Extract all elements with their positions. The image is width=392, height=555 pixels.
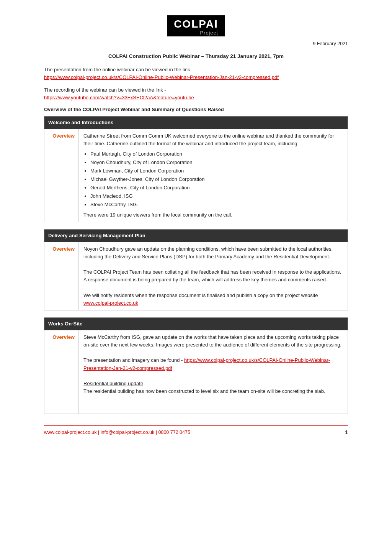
presentation-link[interactable]: https://www.colpai-project.co.uk/s/COLPA… (44, 74, 279, 80)
works-header: Works On-Site (44, 318, 348, 330)
bullet-item: Gerald Merthens, City of London Corporat… (90, 184, 344, 192)
welcome-header: Welcome and Introductions (44, 117, 348, 129)
delivery-label: Overview (44, 242, 79, 310)
welcome-table: Welcome and Introductions Overview Cathe… (44, 116, 348, 222)
bullet-item: John Macleod, ISG (90, 192, 344, 200)
works-presentation: The presentation and imagery can be foun… (83, 356, 344, 372)
logo: COLPAI Project (167, 15, 225, 36)
bullet-item: Steve McCarthy, ISG. (90, 201, 344, 209)
recording-link[interactable]: https://www.youtube.com/watch?v=33FxSECl… (44, 95, 194, 100)
delivery-para-1: The COLPAI Project Team has been collati… (83, 268, 344, 284)
intro-presentation-text: The presentation from the online webinar… (44, 67, 194, 72)
works-table: Works On-Site Overview Steve McCarthy fr… (44, 317, 348, 414)
footer-page: 1 (345, 429, 348, 435)
residential-heading: Residential building update (83, 381, 143, 386)
footer: www.colpai-project.co.uk | info@colpai-p… (44, 425, 348, 435)
intro-recording-text: The recording of the webinar can be view… (44, 87, 166, 93)
welcome-label: Overview (44, 129, 79, 222)
delivery-table: Delivery and Servicing Management Plan O… (44, 229, 348, 310)
works-para-0: Steve McCarthy from ISG, gave an update … (83, 333, 344, 349)
delivery-para-2: We will notify residents when the respon… (83, 292, 344, 307)
bullet-item: Noyon Choudhury, City of London Corporat… (90, 159, 344, 166)
bullet-item: Paul Murtagh, City of London Corporation (90, 150, 344, 158)
welcome-content: Catherine Street from Comm Comm UK welco… (79, 129, 348, 222)
bullet-item: Mark Lowman, City of London Corporation (90, 167, 344, 175)
overview-heading: Overview of the COLPAI Project Webinar a… (44, 107, 348, 112)
welcome-bullets: Paul Murtagh, City of London Corporation… (90, 150, 344, 209)
works-label: Overview (44, 330, 79, 414)
doc-title: COLPAI Construction Public Webinar – Thu… (44, 53, 348, 59)
intro-recording: The recording of the webinar can be view… (44, 86, 348, 101)
page-container: COLPAI Project 9 February 2021 COLPAI Co… (44, 0, 348, 458)
welcome-para-0: Catherine Street from Comm Comm UK welco… (83, 133, 334, 146)
logo-area: COLPAI Project (44, 15, 348, 36)
bullet-item: Michael Gwyther-Jones, City of London Co… (90, 176, 344, 183)
delivery-content: Noyon Choudhury gave an update on the pl… (79, 242, 348, 310)
welcome-after-bullets: There were 19 unique viewers from the lo… (83, 211, 344, 219)
delivery-para-0: Noyon Choudhury gave an update on the pl… (83, 245, 344, 261)
works-residential: Residential building update The resident… (83, 380, 344, 395)
footer-contact: www.colpai-project.co.uk | info@colpai-p… (44, 430, 190, 435)
works-presentation-intro: The presentation and imagery can be foun… (83, 357, 184, 363)
logo-sub: Project (174, 30, 218, 36)
works-content: Steve McCarthy from ISG, gave an update … (79, 330, 348, 414)
delivery-website-link[interactable]: www.colpai-project.co.uk (83, 300, 138, 306)
intro-presentation: The presentation from the online webinar… (44, 66, 348, 81)
logo-name: COLPAI (174, 18, 218, 30)
residential-text: The residential building has now been co… (83, 388, 325, 394)
date: 9 February 2021 (44, 41, 348, 46)
delivery-header: Delivery and Servicing Management Plan (44, 230, 348, 242)
